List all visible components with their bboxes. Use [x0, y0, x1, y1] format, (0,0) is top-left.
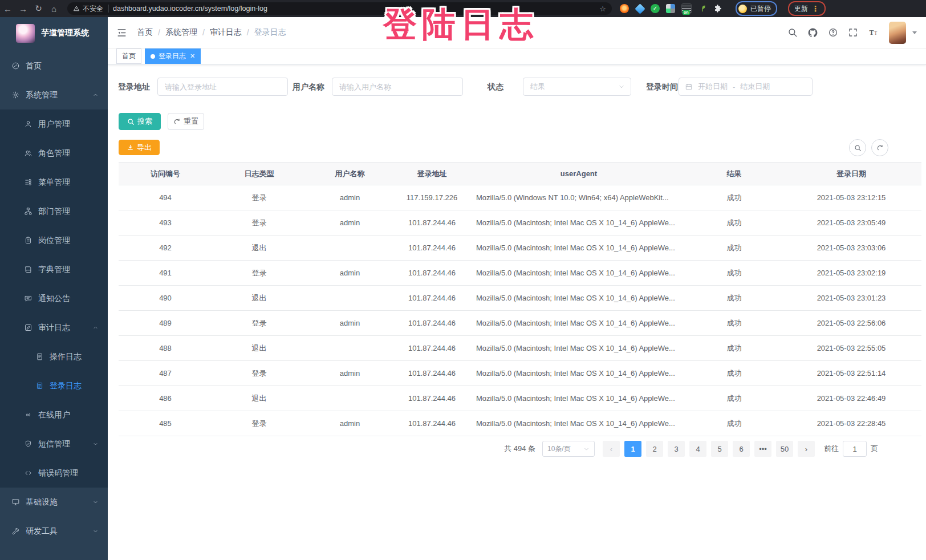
gear-icon	[11, 91, 20, 99]
extension-gem-icon[interactable]	[635, 3, 645, 14]
tag-close-icon[interactable]: ✕	[190, 53, 195, 59]
cell-log-type: 退出	[212, 236, 306, 261]
sidebar-item-infrastructure[interactable]: 基础设施	[0, 488, 108, 517]
login-address-input[interactable]	[157, 78, 288, 96]
docs-help-icon[interactable]	[828, 27, 838, 38]
user-avatar[interactable]	[889, 22, 906, 44]
online-icon	[24, 411, 33, 419]
update-label: 更新	[794, 4, 808, 14]
address-bar[interactable]: 不安全 dashboard.yudao.iocoder.cn/system/lo…	[67, 2, 612, 15]
sidebar-item-post-management[interactable]: 岗位管理	[0, 226, 108, 255]
toggle-search-button[interactable]	[849, 139, 866, 156]
export-button[interactable]: 导出	[119, 140, 160, 155]
next-page-button[interactable]: ›	[798, 441, 815, 457]
github-icon[interactable]	[807, 27, 818, 38]
profile-avatar	[738, 5, 747, 13]
browser-reload-icon[interactable]: ↻	[31, 3, 46, 14]
page-button-2[interactable]: 2	[646, 441, 663, 457]
chev-up-icon	[92, 324, 99, 331]
app-title: 芋道管理系统	[41, 28, 89, 38]
sidebar-item-sms-management[interactable]: 短信管理	[0, 429, 108, 458]
sidebar-logo-row[interactable]: 芋道管理系统	[0, 17, 108, 49]
extension-plant-icon[interactable]	[698, 4, 707, 13]
sidebar-item-label: 首页	[26, 61, 42, 71]
page-button-50[interactable]: 50	[776, 441, 793, 457]
cell-user-agent: Mozilla/5.0 (Macintosh; Intel Mac OS X 1…	[470, 311, 687, 336]
sidebar-item-dict-management[interactable]: 字典管理	[0, 255, 108, 284]
browser-home-icon[interactable]: ⌂	[46, 4, 62, 14]
sidebar-item-dept-management[interactable]: 部门管理	[0, 197, 108, 226]
cell-user-agent: Mozilla/5.0 (Macintosh; Intel Mac OS X 1…	[470, 411, 687, 436]
cell-visit-id: 490	[119, 286, 212, 311]
username-input[interactable]	[332, 78, 463, 96]
page-button-4[interactable]: 4	[689, 441, 706, 457]
end-date-placeholder: 结束日期	[740, 82, 770, 92]
sidebar-item-label: 菜单管理	[38, 177, 70, 188]
tag-home[interactable]: 首页	[116, 48, 141, 64]
extension-grid-icon[interactable]	[666, 4, 675, 13]
sidebar-item-operation-log[interactable]: 操作日志	[0, 342, 108, 371]
dashboard-icon	[11, 62, 20, 70]
date-range-picker[interactable]: 开始日期 - 结束日期	[679, 78, 813, 96]
cell-login-date: 2021-05-03 22:55:05	[781, 336, 921, 361]
prev-page-button[interactable]: ‹	[603, 441, 620, 457]
browser-update-button[interactable]: 更新 ⋮	[788, 1, 826, 16]
chevron-down-icon	[583, 446, 590, 452]
bookmark-star-icon[interactable]: ☆	[599, 5, 606, 13]
extension-list-icon[interactable]: on	[681, 3, 692, 14]
refresh-table-button[interactable]	[871, 139, 888, 156]
users-icon	[24, 149, 33, 157]
sidebar-item-home[interactable]: 首页	[0, 51, 108, 80]
font-size-icon[interactable]: TT	[868, 27, 879, 38]
extensions-puzzle-icon[interactable]	[713, 4, 722, 13]
browser-forward-icon[interactable]: →	[15, 4, 31, 14]
sidebar-item-login-log[interactable]: 登录日志	[0, 371, 108, 400]
sidebar-item-user-management[interactable]: 用户管理	[0, 109, 108, 139]
breadcrumb-audit-log[interactable]: 审计日志	[210, 27, 242, 38]
login-address-label: 登录地址	[118, 78, 150, 96]
sidebar-item-notice-announcement[interactable]: 通知公告	[0, 284, 108, 313]
security-chip[interactable]: 不安全	[73, 5, 109, 13]
login-doc-icon	[35, 382, 44, 390]
cell-login-date: 2021-05-03 23:02:19	[781, 261, 921, 286]
more-pages-button[interactable]: •••	[754, 441, 771, 457]
sidebar-item-role-management[interactable]: 角色管理	[0, 139, 108, 168]
page-button-6[interactable]: 6	[733, 441, 750, 457]
pagination-total: 共 494 条	[504, 444, 535, 454]
sidebar-item-audit-log[interactable]: 审计日志	[0, 313, 108, 342]
tag-login-log[interactable]: 登录日志 ✕	[145, 48, 201, 64]
browser-menu-icon[interactable]: ⋮	[811, 4, 819, 13]
page-button-5[interactable]: 5	[711, 441, 728, 457]
extension-green-icon[interactable]: ✓	[651, 4, 660, 13]
doc-icon	[35, 352, 44, 361]
wrench-icon	[11, 527, 20, 535]
browser-back-icon[interactable]: ←	[0, 4, 15, 14]
cell-log-type: 登录	[212, 361, 306, 386]
user-menu-caret-icon[interactable]	[912, 31, 917, 34]
sidebar-item-dev-tools[interactable]: 研发工具	[0, 517, 108, 546]
login-time-label: 登录时间	[646, 78, 678, 96]
fullscreen-icon[interactable]	[848, 27, 858, 38]
sidebar-item-menu-management[interactable]: 菜单管理	[0, 168, 108, 197]
goto-page-input[interactable]	[843, 441, 867, 457]
table-row: 493登录admin101.87.244.46Mozilla/5.0 (Maci…	[119, 210, 921, 236]
search-button[interactable]: 搜索	[119, 113, 161, 130]
page-button-3[interactable]: 3	[668, 441, 685, 457]
header-search-icon[interactable]	[787, 27, 798, 38]
breadcrumb-home[interactable]: 首页	[137, 27, 153, 38]
reset-button[interactable]: 重置	[168, 113, 204, 130]
search-icon	[127, 118, 135, 125]
page-size-select[interactable]: 10条/页	[542, 441, 595, 457]
navbar-actions: TT	[787, 22, 926, 44]
status-select[interactable]: 结果	[523, 78, 631, 96]
cell-login-date: 2021-05-03 23:12:15	[781, 185, 921, 210]
page-button-1[interactable]: 1	[624, 441, 641, 457]
sidebar-item-system-management[interactable]: 系统管理	[0, 80, 108, 109]
sidebar-item-error-code-management[interactable]: 错误码管理	[0, 458, 108, 488]
profile-pill[interactable]: 已暂停	[736, 1, 777, 16]
breadcrumb-system[interactable]: 系统管理	[165, 27, 197, 38]
extension-orange-icon[interactable]	[620, 4, 629, 13]
sidebar-item-online-users[interactable]: 在线用户	[0, 400, 108, 429]
sidebar-toggle-icon[interactable]	[116, 27, 127, 38]
tags-view-bar: 首页 登录日志 ✕	[108, 48, 926, 65]
